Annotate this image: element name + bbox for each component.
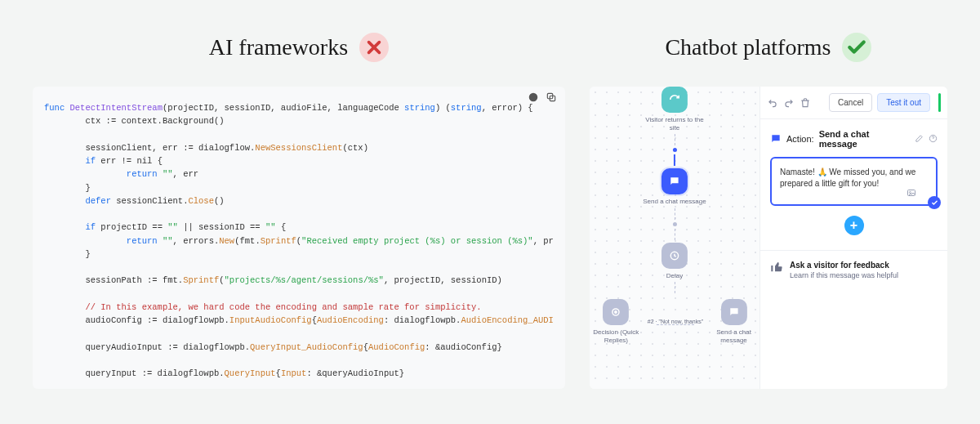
image-icon[interactable] — [906, 188, 916, 201]
action-title: Send a chat message — [819, 129, 910, 149]
svg-point-7 — [910, 192, 911, 194]
chatbot-builder-panel: Visitor returns to the site Send a chat … — [590, 87, 947, 389]
message-input[interactable]: Namaste! 🙏 We missed you, and we prepare… — [770, 157, 938, 206]
chat-icon — [770, 133, 782, 145]
chatbot-platforms-title: Chatbot platforms — [665, 34, 831, 60]
refresh-icon — [662, 87, 688, 113]
ai-frameworks-heading: AI frameworks — [209, 33, 389, 62]
code-snippet-panel: func DetectIntentStream(projectID, sessi… — [33, 87, 565, 389]
action-prefix: Action: — [786, 134, 814, 144]
cross-icon — [359, 33, 389, 62]
chatbot-platforms-column: Chatbot platforms Visitor returns to the… — [590, 33, 947, 424]
flow-node-decision[interactable]: Decision (Quick Replies) — [590, 299, 643, 344]
check-icon — [842, 33, 871, 62]
action-card: Action: Send a chat message Namaste! 🙏 W… — [770, 129, 938, 240]
flow-node-send-message[interactable]: Send a chat message — [643, 168, 706, 206]
cancel-button[interactable]: Cancel — [829, 93, 872, 112]
message-text: Namaste! 🙏 We missed you, and we prepare… — [780, 167, 915, 188]
add-message-button[interactable]: + — [844, 216, 864, 235]
chat-icon — [721, 299, 747, 325]
feedback-subtitle: Learn if this message was helpful — [790, 271, 898, 279]
ai-frameworks-column: AI frameworks func DetectIntentStream(pr… — [33, 33, 565, 424]
help-icon[interactable] — [929, 134, 938, 145]
flow-branch-row: Decision (Quick Replies) #2 · "Not now, … — [590, 299, 760, 344]
decision-icon — [603, 299, 629, 325]
code-block: func DetectIntentStream(projectID, sessi… — [44, 101, 554, 389]
theme-toggle-icon[interactable] — [528, 91, 539, 106]
ai-frameworks-title: AI frameworks — [209, 34, 348, 60]
feedback-suggestion[interactable]: Ask a visitor for feedback Learn if this… — [760, 250, 947, 289]
accent-bar — [938, 93, 941, 112]
copy-icon[interactable] — [546, 91, 557, 106]
thumbs-icon — [770, 261, 783, 279]
redo-icon[interactable] — [783, 97, 795, 109]
chatbot-platforms-heading: Chatbot platforms — [665, 33, 871, 62]
flow-node-send-message-2[interactable]: Send a chat message — [708, 299, 760, 344]
flow-canvas[interactable]: Visitor returns to the site Send a chat … — [590, 87, 760, 389]
side-toolbar: Cancel Test it out — [760, 87, 947, 119]
svg-point-4 — [615, 311, 617, 313]
confirm-icon — [928, 196, 941, 209]
flow-node-delay[interactable]: Delay — [662, 243, 688, 280]
test-it-out-button[interactable]: Test it out — [877, 93, 930, 112]
edge-label: #2 · "Not now, thanks" — [648, 319, 703, 324]
clock-icon — [662, 243, 688, 269]
action-side-panel: Cancel Test it out Action: Send a chat m… — [760, 87, 947, 389]
feedback-title: Ask a visitor for feedback — [790, 261, 898, 270]
undo-icon[interactable] — [767, 97, 778, 109]
chat-icon — [662, 168, 688, 194]
trash-icon[interactable] — [800, 97, 811, 109]
edit-icon[interactable] — [915, 134, 924, 145]
flow-node-trigger[interactable]: Visitor returns to the site — [642, 87, 707, 132]
